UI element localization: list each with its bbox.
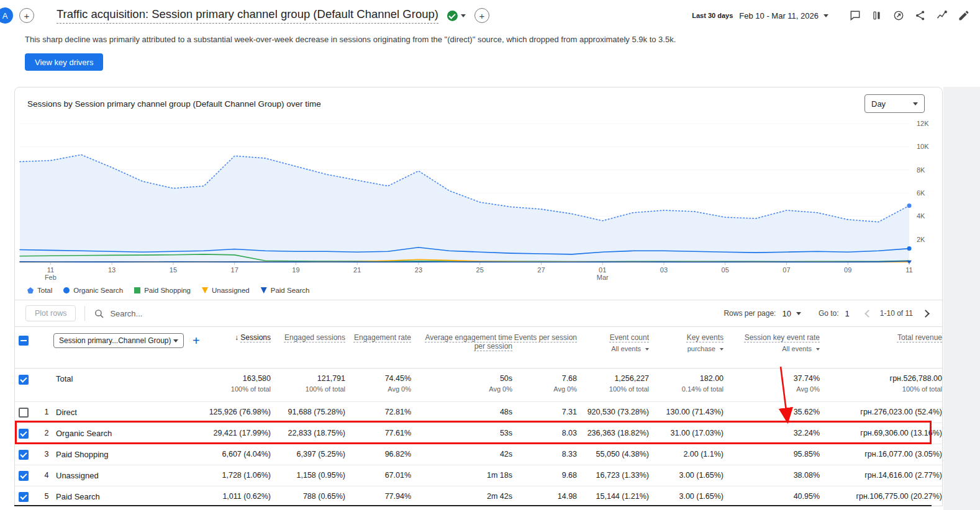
metric-header-row: Session primary...Channel Group) + ↓ Ses… [15, 327, 943, 368]
column-label[interactable]: Average engagement time per session [425, 333, 512, 351]
rows-per-page-value: 10 [782, 309, 791, 318]
column-filter-dropdown[interactable]: All events [725, 345, 820, 352]
add-tab-button[interactable]: + [19, 8, 34, 23]
row-checkbox[interactable] [19, 471, 29, 481]
row-checkbox[interactable] [19, 375, 29, 385]
row-label: Paid Search [56, 486, 201, 506]
row-checkbox[interactable] [19, 492, 29, 502]
column-header[interactable]: ↓ Sessions [201, 327, 272, 368]
rows-per-page-select[interactable]: 10 [782, 309, 801, 318]
chart-legend: TotalOrganic SearchPaid ShoppingUnassign… [15, 281, 942, 300]
rows-per-page-label: Rows per page: [724, 309, 776, 318]
column-label[interactable]: Total revenue [897, 333, 942, 342]
metric-cell: 95.85% [725, 444, 821, 465]
metric-cell: 130.00 (71.43%) [650, 401, 725, 423]
svg-text:17: 17 [231, 266, 238, 274]
comparisons-icon[interactable] [869, 8, 884, 23]
edit-icon[interactable] [956, 8, 971, 23]
column-filter-dropdown[interactable]: purchase [650, 345, 724, 352]
row-number: 1 [37, 401, 56, 423]
metric-cell: 77.61% [347, 423, 412, 444]
column-header[interactable]: Total revenue [821, 327, 943, 368]
metric-cell: 53s [412, 423, 514, 444]
row-checkbox-cell [15, 486, 37, 506]
row-checkbox[interactable] [19, 429, 29, 439]
column-label[interactable]: Sessions [240, 333, 271, 342]
previous-page-icon[interactable] [864, 310, 873, 318]
svg-text:25: 25 [476, 266, 484, 274]
column-header[interactable]: Event countAll events [578, 327, 650, 368]
chevron-down-icon [720, 348, 724, 351]
dimension-selector[interactable]: Session primary...Channel Group) [53, 333, 184, 348]
metric-cell: 1,728 (1.06%) [201, 465, 272, 486]
add-dimension-button[interactable]: + [193, 334, 200, 347]
column-header[interactable]: Average engagement time per session [412, 327, 514, 368]
traffic-table: Session primary...Channel Group) + ↓ Ses… [15, 327, 943, 506]
column-header[interactable]: Session key event rateAll events [725, 327, 821, 368]
svg-text:03: 03 [660, 266, 668, 274]
add-report-button[interactable]: + [474, 8, 489, 23]
feedback-icon[interactable] [848, 8, 863, 23]
column-label[interactable]: Event count [610, 333, 649, 342]
metric-cell: 2m 42s [412, 486, 514, 506]
svg-text:19: 19 [292, 266, 299, 274]
legend-item[interactable]: Paid Search [261, 287, 310, 294]
avatar[interactable]: A [0, 7, 13, 24]
sparkline-insights-icon[interactable] [935, 8, 950, 23]
metric-cell: 920,530 (73.28%) [578, 401, 650, 423]
column-header[interactable]: Engaged sessions [272, 327, 347, 368]
svg-text:05: 05 [722, 266, 729, 274]
legend-item[interactable]: Total [27, 287, 52, 294]
table-body: 1Direct125,926 (76.98%)91,688 (75.28%)72… [15, 401, 943, 506]
metric-cell: 8.03 [514, 423, 578, 444]
metric-cell: 2.00 (1.1%) [650, 444, 725, 465]
row-checkbox-cell [15, 423, 37, 444]
insights-circle-icon[interactable] [891, 8, 906, 23]
legend-item[interactable]: Organic Search [63, 287, 123, 294]
goto-page-input[interactable]: 1 [845, 309, 850, 318]
legend-item[interactable]: Paid Shopping [134, 287, 191, 294]
next-page-icon[interactable] [922, 310, 930, 318]
share-icon[interactable] [913, 8, 928, 23]
row-checkbox[interactable] [19, 408, 29, 418]
column-label[interactable]: Events per session [514, 333, 577, 342]
column-label[interactable]: Key events [687, 333, 724, 342]
chevron-down-icon[interactable] [461, 14, 466, 17]
view-key-drivers-button[interactable]: View key drivers [25, 53, 103, 71]
row-checkbox[interactable] [19, 450, 29, 460]
column-header[interactable]: Key eventspurchase [650, 327, 725, 368]
svg-text:07: 07 [783, 266, 790, 274]
column-header[interactable]: Events per session [514, 327, 578, 368]
column-header[interactable]: Engagement rate [347, 327, 412, 368]
metric-cell: 788 (0.65%) [272, 486, 347, 506]
svg-text:23: 23 [415, 266, 422, 274]
column-filter-dropdown[interactable]: All events [578, 345, 649, 352]
metric-cell: 38.08% [725, 465, 821, 486]
column-label[interactable]: Engagement rate [354, 333, 411, 342]
metric-cell: 15,144 (1.21%) [578, 486, 650, 506]
saved-check-icon[interactable] [447, 11, 458, 21]
plot-rows-button[interactable]: Plot rows [25, 305, 76, 321]
legend-label: Unassigned [212, 287, 250, 294]
chevron-down-icon [796, 312, 801, 315]
page-title[interactable]: Traffic acquisition: Session primary cha… [57, 7, 438, 24]
metric-cell: 6,607 (4.04%) [201, 444, 272, 465]
metric-total-cell: 182.000.14% of total [650, 368, 725, 401]
column-label[interactable]: Engaged sessions [284, 333, 345, 342]
svg-text:Feb: Feb [45, 274, 57, 281]
granularity-value: Day [871, 99, 886, 109]
select-all-checkbox[interactable] [19, 336, 29, 346]
metric-cell: грн.106,775.00 (20.27%) [821, 486, 943, 506]
date-range-value[interactable]: Feb 10 - Mar 11, 2026 [739, 11, 819, 20]
metric-cell: 1,158 (0.95%) [272, 465, 347, 486]
legend-triangle-down-marker [202, 287, 208, 293]
column-label[interactable]: Session key event rate [745, 333, 820, 342]
svg-text:8K: 8K [917, 166, 925, 174]
chevron-down-icon[interactable] [823, 14, 828, 17]
granularity-select[interactable]: Day [864, 94, 925, 113]
search-input[interactable] [110, 309, 296, 318]
page-range: 1-10 of 11 [880, 309, 913, 318]
metric-cell: грн.69,306.00 (13.16%) [821, 423, 943, 444]
svg-text:15: 15 [170, 266, 177, 274]
legend-item[interactable]: Unassigned [202, 287, 250, 294]
